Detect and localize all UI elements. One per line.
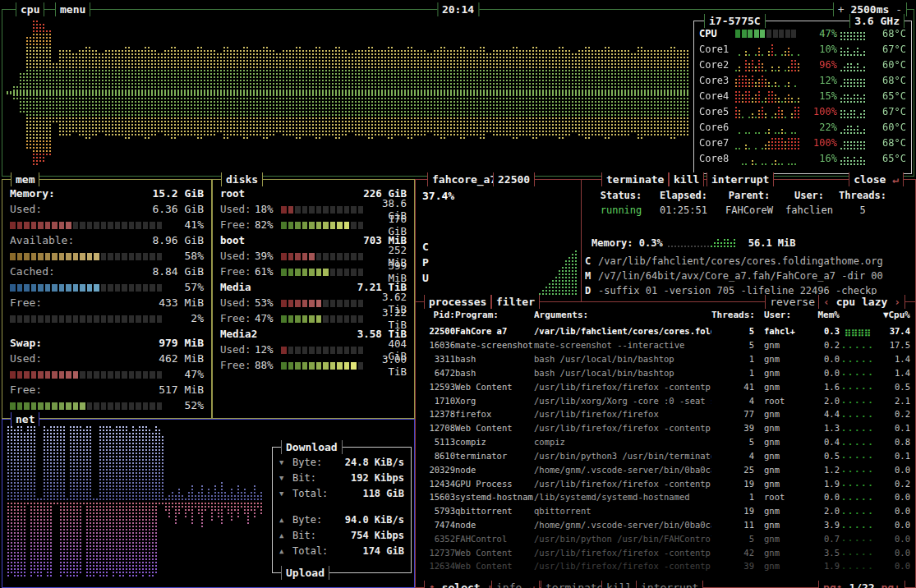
bar-block [24,371,30,379]
process-user: gnm [754,437,807,447]
process-cpu-graph: ..... [840,492,876,503]
process-cpu: 0.0 [876,548,910,558]
disk-usage-bar [281,250,365,262]
bar-block [351,300,357,307]
process-user: gnm [754,451,807,461]
process-row[interactable]: 1710Xorg/usr/lib/xorg/Xorg -core :0 -sea… [421,393,910,407]
bar-block [108,222,113,229]
process-row[interactable]: 12634Web Content/usr/lib/firefox/firefox… [421,559,910,573]
sort-selector[interactable]: ‹ cpu lazy › [818,295,905,309]
process-user: root [754,396,807,406]
interval-increase-button[interactable]: + [838,3,845,16]
net-stat-value: 192 Kibps [335,472,404,484]
process-row[interactable]: 5113compizcompiz5gnm0.4.....0.8 [421,435,910,449]
process-pid: 12634 [421,561,455,571]
close-label: close [854,173,886,186]
bar-block [351,206,357,214]
process-row[interactable]: 3311bashbash /usr/local/bin/bashtop1gnm0… [421,352,910,366]
memory-label: Swap: [10,337,42,349]
select-control[interactable]: ↑ select ↓ [424,581,498,588]
filter-button[interactable]: filter [491,295,540,309]
process-cpu: 0.0 [876,492,910,502]
process-row[interactable]: 7474node/home/gnm/.vscode-server/bin/0ba… [421,518,910,532]
process-cpu-graph: ..... [840,340,876,351]
process-row[interactable]: 12737Web Content/usr/lib/firefox/firefox… [421,545,910,559]
cpu-core-row: Core296%60°C [694,57,911,72]
process-row[interactable]: 6352FAHControl/usr/bin/python /usr/bin/F… [421,531,910,545]
bar-block [302,206,308,214]
process-user: gnm [754,465,807,475]
bar-block [129,253,135,260]
core-name: Core6 [699,122,735,133]
disk-usage-percent: 39% [255,250,281,262]
process-row[interactable]: 12434GPU Process/usr/lib/firefox/firefox… [421,476,910,490]
bar-block [73,371,79,379]
bar-block [87,222,93,229]
bar-block [17,222,23,229]
interrupt-button[interactable]: interrupt [707,172,774,186]
memory-row: Free:517 MiB [10,382,204,397]
disk-usage-label: Free: [220,218,255,231]
footer-interrupt-button[interactable]: interrupt [636,581,703,588]
process-row[interactable]: 6472bashbash /usr/local/bin/bashtop1gnm0… [421,365,910,379]
process-arguments: bash /usr/local/bin/bashtop [534,368,711,378]
process-row[interactable]: 20329node/home/gnm/.vscode-server/bin/0b… [421,462,910,476]
footer-terminate-button[interactable]: terminate [541,581,608,588]
bar-block [115,402,121,410]
menu-button[interactable]: menu [55,2,90,16]
bar-block [337,347,343,354]
process-arguments: /usr/lib/firefox/firefox -contentpr [534,423,711,433]
page-down-button[interactable]: pg↓ [881,581,900,588]
bar-block [108,402,113,410]
memory-row: Used:6.36 GiB [10,201,204,217]
reverse-sort-button[interactable]: reverse [765,295,820,309]
bar-block [337,300,343,307]
cmd-key: D [585,285,598,300]
core-usage-graph [735,74,806,87]
disk-free-row: Free:47%3.22 TiB [220,310,407,326]
process-row[interactable]: 15603systemd-hostnam/lib/systemd/systemd… [421,490,910,504]
process-threads: 25 [711,465,754,475]
process-cpu: 1.4 [876,354,910,364]
core-usage-graph [735,152,806,165]
disk-usage-percent: 61% [255,265,281,278]
process-row[interactable]: 12378firefox/usr/lib/firefox/firefox77gn… [421,407,910,421]
network-box-title: net [11,412,39,426]
net-stat-label: Byte: [292,514,335,526]
info-button[interactable]: info ↵ [491,581,540,588]
up-arrow-icon[interactable]: ↑ [429,581,435,588]
process-arguments: /usr/lib/firefox/firefox -contentpr [534,479,711,489]
process-program: Xorg [455,396,534,406]
page-up-button[interactable]: pg↑ [823,581,842,588]
bar-block [281,222,287,229]
bar-block [129,222,135,229]
process-pid: 6352 [421,534,455,544]
cmd-value: /var/lib/fahclient/cores/cores.foldingat… [598,255,883,270]
process-cpu-graph: ..... [840,533,876,544]
process-row[interactable]: 12708Web Content/usr/lib/firefox/firefox… [421,421,910,435]
bar-block [323,347,329,354]
bar-block [316,269,322,276]
terminate-button[interactable]: terminate [601,172,669,186]
sort-prev-icon[interactable]: ‹ [823,296,830,308]
process-row[interactable]: 16036mate-screenshotmate-screenshot --in… [421,338,910,352]
bar-block [17,284,23,292]
process-table-header: Pid:Program:Arguments:Threads:User:Mem%▼… [421,310,910,320]
upload-stat-row: ▲Byte:94.0 KiB/s [279,512,404,527]
core-usage-percent: 100% [806,106,837,117]
process-row[interactable]: 5793qbittorrentqbittorrent19gnm2.0.....0… [421,504,910,518]
process-row[interactable]: 8610terminator/usr/bin/python3 /usr/bin/… [421,448,910,462]
kill-button[interactable]: kill [669,172,704,186]
memory-row: 57% [10,279,204,295]
footer-kill-button[interactable]: kill [601,581,637,588]
sort-next-icon[interactable]: › [894,296,900,308]
bar-block [309,269,315,276]
close-detail-button[interactable]: close ↵ [849,172,904,186]
bar-block [295,269,301,276]
process-cpu-graph: ..... [840,547,876,558]
bar-block [150,402,155,410]
column-header: Threads: [711,310,754,320]
process-row[interactable]: 12593Web Content/usr/lib/firefox/firefox… [421,379,910,393]
bar-block [323,222,329,229]
process-row[interactable]: 22500FahCore_a7/var/lib/fahclient/cores/… [421,324,910,338]
